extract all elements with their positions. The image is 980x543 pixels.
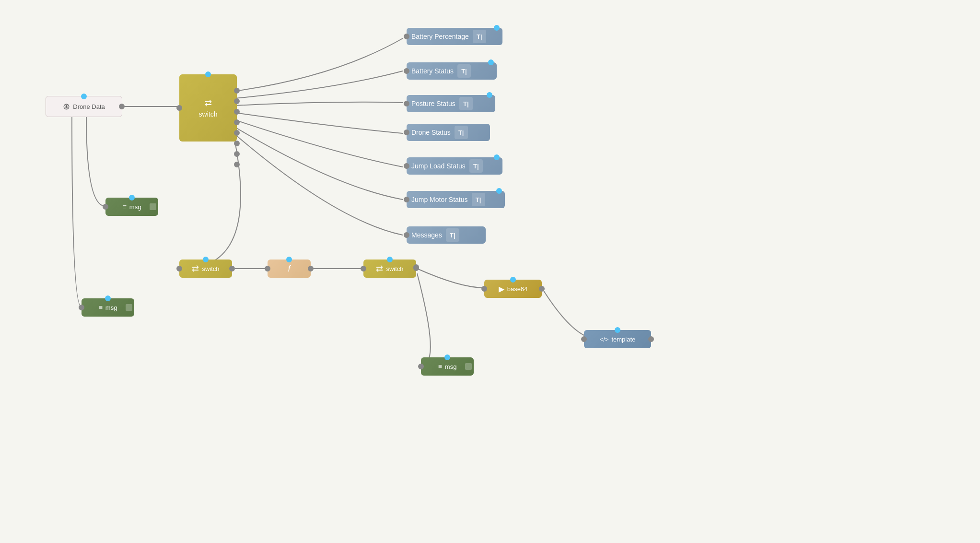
drone-status-label: Drone Status xyxy=(411,129,451,136)
jump-load-port-top xyxy=(494,154,500,160)
msg2-port-top xyxy=(105,295,111,301)
function-node[interactable]: f xyxy=(268,260,311,278)
text-type-icon: T| xyxy=(477,33,482,40)
msg3-port-left xyxy=(418,364,424,369)
jump-load-label: Jump Load Status xyxy=(411,162,466,170)
msg3-label: msg xyxy=(445,363,457,370)
posture-status-port-left xyxy=(404,101,409,106)
msg2-indicator xyxy=(126,304,132,311)
func-port-right xyxy=(308,266,314,272)
msg2-port-left xyxy=(79,305,84,310)
messages-label: Messages xyxy=(411,231,442,239)
template-icon: </> xyxy=(600,336,609,343)
switch-main-node[interactable]: ⇄ switch xyxy=(179,74,237,142)
drone-data-port-right xyxy=(119,104,125,109)
drone-data-port-top xyxy=(81,94,87,99)
battery-status-port-left xyxy=(404,68,409,74)
switch-small-icon: ⇄ xyxy=(192,263,199,274)
func-port-left xyxy=(265,266,270,272)
battery-status-label: Battery Status xyxy=(411,67,454,75)
switch-small-node[interactable]: ⇄ switch xyxy=(179,260,232,278)
messages-icon-area: T| xyxy=(446,228,459,242)
switch2-port-right2 xyxy=(413,264,419,270)
base64-node[interactable]: ▶ base64 xyxy=(484,280,542,298)
template-port-left xyxy=(581,336,587,342)
posture-status-node[interactable]: Posture Status T| xyxy=(407,95,495,112)
battery-pct-icon-area: T| xyxy=(473,30,486,43)
battery-percentage-node[interactable]: Battery Percentage T| xyxy=(407,28,502,45)
jump-load-icon-area: T| xyxy=(469,159,483,173)
switch-main-label: switch xyxy=(199,110,218,118)
jump-motor-icon-area: T| xyxy=(472,193,485,206)
msg1-port-top xyxy=(129,195,135,201)
switch2-port-top xyxy=(387,257,393,262)
base64-port-right xyxy=(539,286,545,292)
msg2-label: msg xyxy=(105,304,117,311)
switch-main-icon: ⇄ xyxy=(205,98,212,108)
msg1-port-left xyxy=(103,204,108,210)
switch-small-port-right xyxy=(229,266,235,272)
jump-motor-port-left xyxy=(404,197,409,202)
battery-pct-label: Battery Percentage xyxy=(411,33,469,40)
func-port-top xyxy=(286,257,292,262)
posture-status-label: Posture Status xyxy=(411,100,455,107)
posture-status-port-top xyxy=(487,92,492,98)
template-port-top xyxy=(615,327,620,333)
switch-small-port-left xyxy=(176,266,182,272)
switch-main-port-top xyxy=(205,71,211,77)
switch-small-label: switch xyxy=(202,265,219,272)
template-node[interactable]: </> template xyxy=(584,330,651,348)
switch-main-output-ports xyxy=(234,88,240,167)
msg-node-3[interactable]: ≡ msg xyxy=(421,357,474,376)
base64-label: base64 xyxy=(507,285,528,293)
template-port-right xyxy=(648,336,654,342)
battery-pct-port-left xyxy=(404,34,409,39)
switch2-icon: ⇄ xyxy=(376,263,383,274)
msg1-label: msg xyxy=(129,203,141,211)
posture-status-icon-area: T| xyxy=(459,97,473,110)
msg3-port-top xyxy=(444,354,450,360)
base64-port-left xyxy=(481,286,487,292)
messages-node[interactable]: Messages T| xyxy=(407,226,486,244)
jump-motor-label: Jump Motor Status xyxy=(411,196,468,203)
base64-arrow-icon: ▶ xyxy=(499,284,504,294)
battery-pct-port-top xyxy=(494,25,500,31)
drone-status-port-left xyxy=(404,130,409,135)
jump-load-status-node[interactable]: Jump Load Status T| xyxy=(407,157,502,175)
template-label: template xyxy=(611,336,635,343)
switch2-label: switch xyxy=(386,265,403,272)
battery-status-icon-area: T| xyxy=(457,64,471,78)
jump-motor-port-top xyxy=(496,188,502,194)
messages-port-left xyxy=(404,232,409,238)
msg2-icon: ≡ xyxy=(99,304,103,311)
switch2-node[interactable]: ⇄ switch xyxy=(363,260,416,278)
msg1-icon: ≡ xyxy=(123,203,127,211)
switch-main-port-left xyxy=(176,105,182,111)
drone-data-node[interactable]: ⊛ Drone Data xyxy=(46,96,122,117)
drone-icon: ⊛ xyxy=(63,101,70,112)
switch2-port-left xyxy=(361,266,366,272)
drone-status-icon-area: T| xyxy=(455,126,468,139)
switch-small-port-top xyxy=(203,257,209,262)
jump-load-port-left xyxy=(404,163,409,169)
battery-status-port-top xyxy=(488,59,494,65)
drone-status-node[interactable]: Drone Status T| xyxy=(407,124,490,141)
func-label: f xyxy=(288,264,290,274)
drone-data-label: Drone Data xyxy=(73,103,105,110)
battery-status-node[interactable]: Battery Status T| xyxy=(407,62,497,80)
jump-motor-status-node[interactable]: Jump Motor Status T| xyxy=(407,191,505,208)
msg-node-2[interactable]: ≡ msg xyxy=(82,298,134,317)
base64-port-top xyxy=(510,277,516,283)
msg-node-1[interactable]: ≡ msg xyxy=(105,198,158,216)
msg3-indicator xyxy=(465,363,472,370)
msg3-icon: ≡ xyxy=(438,363,442,370)
msg1-indicator xyxy=(150,203,156,210)
